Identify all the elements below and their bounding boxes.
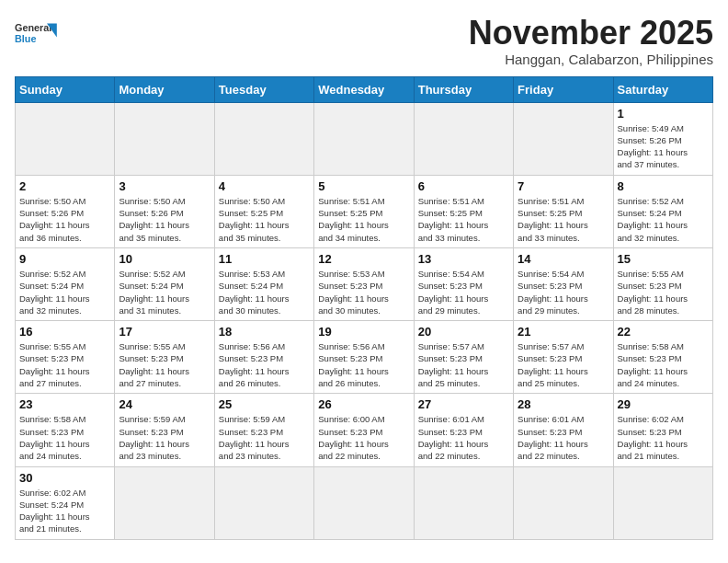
calendar-day-27: 27Sunrise: 6:01 AM Sunset: 5:23 PM Dayli… [414, 394, 513, 466]
day-info: Sunrise: 6:01 AM Sunset: 5:23 PM Dayligh… [518, 413, 609, 462]
day-number: 12 [318, 252, 409, 266]
day-number: 22 [618, 325, 709, 339]
day-info: Sunrise: 5:56 AM Sunset: 5:23 PM Dayligh… [219, 340, 310, 389]
calendar-empty-cell [115, 102, 214, 175]
day-info: Sunrise: 5:51 AM Sunset: 5:25 PM Dayligh… [318, 195, 409, 244]
day-number: 15 [618, 252, 709, 266]
logo-area: General Blue [15, 15, 61, 52]
calendar-day-16: 16Sunrise: 5:55 AM Sunset: 5:23 PM Dayli… [16, 321, 115, 394]
calendar-week-row: 2Sunrise: 5:50 AM Sunset: 5:26 PM Daylig… [16, 175, 713, 247]
calendar-day-17: 17Sunrise: 5:55 AM Sunset: 5:23 PM Dayli… [115, 321, 214, 394]
day-number: 23 [19, 397, 110, 411]
calendar-table: SundayMondayTuesdayWednesdayThursdayFrid… [15, 76, 713, 540]
day-info: Sunrise: 5:55 AM Sunset: 5:23 PM Dayligh… [618, 268, 709, 316]
day-info: Sunrise: 5:50 AM Sunset: 5:26 PM Dayligh… [119, 195, 210, 244]
calendar-day-14: 14Sunrise: 5:54 AM Sunset: 5:23 PM Dayli… [514, 247, 613, 320]
weekday-header-sunday: Sunday [16, 76, 115, 102]
calendar-day-28: 28Sunrise: 6:01 AM Sunset: 5:23 PM Dayli… [514, 394, 613, 466]
calendar-empty-cell [214, 466, 313, 539]
calendar-day-7: 7Sunrise: 5:51 AM Sunset: 5:25 PM Daylig… [514, 175, 613, 247]
day-number: 20 [418, 325, 509, 339]
generalblue-logo-icon: General Blue [15, 15, 61, 52]
day-info: Sunrise: 5:52 AM Sunset: 5:24 PM Dayligh… [19, 268, 110, 316]
day-number: 27 [418, 397, 509, 411]
calendar-day-13: 13Sunrise: 5:54 AM Sunset: 5:23 PM Dayli… [414, 247, 513, 320]
calendar-day-25: 25Sunrise: 5:59 AM Sunset: 5:23 PM Dayli… [214, 394, 313, 466]
day-info: Sunrise: 5:54 AM Sunset: 5:23 PM Dayligh… [518, 268, 609, 316]
day-number: 5 [318, 179, 409, 193]
day-number: 28 [518, 397, 609, 411]
day-number: 13 [418, 252, 509, 266]
day-info: Sunrise: 5:51 AM Sunset: 5:25 PM Dayligh… [518, 195, 609, 244]
calendar-day-20: 20Sunrise: 5:57 AM Sunset: 5:23 PM Dayli… [414, 321, 513, 394]
calendar-empty-cell [514, 466, 613, 539]
day-info: Sunrise: 5:55 AM Sunset: 5:23 PM Dayligh… [119, 340, 210, 389]
day-number: 17 [119, 325, 210, 339]
calendar-day-8: 8Sunrise: 5:52 AM Sunset: 5:24 PM Daylig… [613, 175, 712, 247]
day-number: 21 [518, 325, 609, 339]
calendar-day-30: 30Sunrise: 6:02 AM Sunset: 5:24 PM Dayli… [16, 466, 115, 539]
weekday-header-saturday: Saturday [613, 76, 712, 102]
day-number: 10 [119, 252, 210, 266]
calendar-day-23: 23Sunrise: 5:58 AM Sunset: 5:23 PM Dayli… [16, 394, 115, 466]
day-number: 26 [318, 397, 409, 411]
calendar-empty-cell [314, 102, 414, 175]
calendar-day-9: 9Sunrise: 5:52 AM Sunset: 5:24 PM Daylig… [16, 247, 115, 320]
calendar-empty-cell [514, 102, 613, 175]
day-number: 11 [219, 252, 310, 266]
day-number: 14 [518, 252, 609, 266]
calendar-day-12: 12Sunrise: 5:53 AM Sunset: 5:23 PM Dayli… [314, 247, 414, 320]
day-number: 3 [119, 179, 210, 193]
day-number: 16 [19, 325, 110, 339]
day-info: Sunrise: 6:02 AM Sunset: 5:24 PM Dayligh… [19, 487, 110, 535]
svg-text:General: General [15, 22, 51, 33]
weekday-header-wednesday: Wednesday [314, 76, 414, 102]
day-info: Sunrise: 5:49 AM Sunset: 5:26 PM Dayligh… [618, 122, 709, 171]
weekday-header-row: SundayMondayTuesdayWednesdayThursdayFrid… [16, 76, 713, 102]
day-number: 24 [119, 397, 210, 411]
calendar-day-24: 24Sunrise: 5:59 AM Sunset: 5:23 PM Dayli… [115, 394, 214, 466]
day-number: 8 [618, 179, 709, 193]
day-number: 19 [318, 325, 409, 339]
calendar-day-1: 1Sunrise: 5:49 AM Sunset: 5:26 PM Daylig… [613, 102, 712, 175]
day-info: Sunrise: 5:59 AM Sunset: 5:23 PM Dayligh… [119, 413, 210, 462]
calendar-week-row: 23Sunrise: 5:58 AM Sunset: 5:23 PM Dayli… [16, 394, 713, 466]
title-area: November 2025 Hanggan, Calabarzon, Phili… [469, 15, 713, 67]
calendar-day-29: 29Sunrise: 6:02 AM Sunset: 5:23 PM Dayli… [613, 394, 712, 466]
calendar-empty-cell [16, 102, 115, 175]
day-number: 30 [19, 471, 110, 485]
calendar-empty-cell [115, 466, 214, 539]
day-number: 7 [518, 179, 609, 193]
calendar-day-15: 15Sunrise: 5:55 AM Sunset: 5:23 PM Dayli… [613, 247, 712, 320]
day-number: 4 [219, 179, 310, 193]
day-info: Sunrise: 5:56 AM Sunset: 5:23 PM Dayligh… [318, 340, 409, 389]
calendar-empty-cell [414, 102, 513, 175]
day-info: Sunrise: 5:50 AM Sunset: 5:25 PM Dayligh… [219, 195, 310, 244]
calendar-day-22: 22Sunrise: 5:58 AM Sunset: 5:23 PM Dayli… [613, 321, 712, 394]
day-info: Sunrise: 6:02 AM Sunset: 5:23 PM Dayligh… [618, 413, 709, 462]
calendar-week-row: 9Sunrise: 5:52 AM Sunset: 5:24 PM Daylig… [16, 247, 713, 320]
day-info: Sunrise: 5:59 AM Sunset: 5:23 PM Dayligh… [219, 413, 310, 462]
calendar-day-26: 26Sunrise: 6:00 AM Sunset: 5:23 PM Dayli… [314, 394, 414, 466]
calendar-day-3: 3Sunrise: 5:50 AM Sunset: 5:26 PM Daylig… [115, 175, 214, 247]
calendar-empty-cell [214, 102, 313, 175]
weekday-header-tuesday: Tuesday [214, 76, 313, 102]
location-subtitle: Hanggan, Calabarzon, Philippines [469, 52, 713, 67]
calendar-day-19: 19Sunrise: 5:56 AM Sunset: 5:23 PM Dayli… [314, 321, 414, 394]
weekday-header-thursday: Thursday [414, 76, 513, 102]
calendar-day-6: 6Sunrise: 5:51 AM Sunset: 5:25 PM Daylig… [414, 175, 513, 247]
weekday-header-friday: Friday [514, 76, 613, 102]
day-info: Sunrise: 5:57 AM Sunset: 5:23 PM Dayligh… [518, 340, 609, 389]
calendar-day-18: 18Sunrise: 5:56 AM Sunset: 5:23 PM Dayli… [214, 321, 313, 394]
day-info: Sunrise: 5:53 AM Sunset: 5:23 PM Dayligh… [318, 268, 409, 316]
day-info: Sunrise: 5:52 AM Sunset: 5:24 PM Dayligh… [119, 268, 210, 316]
month-year-title: November 2025 [469, 15, 713, 52]
day-number: 9 [19, 252, 110, 266]
calendar-week-row: 1Sunrise: 5:49 AM Sunset: 5:26 PM Daylig… [16, 102, 713, 175]
day-info: Sunrise: 5:51 AM Sunset: 5:25 PM Dayligh… [418, 195, 509, 244]
calendar-week-row: 16Sunrise: 5:55 AM Sunset: 5:23 PM Dayli… [16, 321, 713, 394]
day-info: Sunrise: 5:50 AM Sunset: 5:26 PM Dayligh… [19, 195, 110, 244]
day-number: 1 [618, 107, 709, 121]
calendar-day-21: 21Sunrise: 5:57 AM Sunset: 5:23 PM Dayli… [514, 321, 613, 394]
weekday-header-monday: Monday [115, 76, 214, 102]
